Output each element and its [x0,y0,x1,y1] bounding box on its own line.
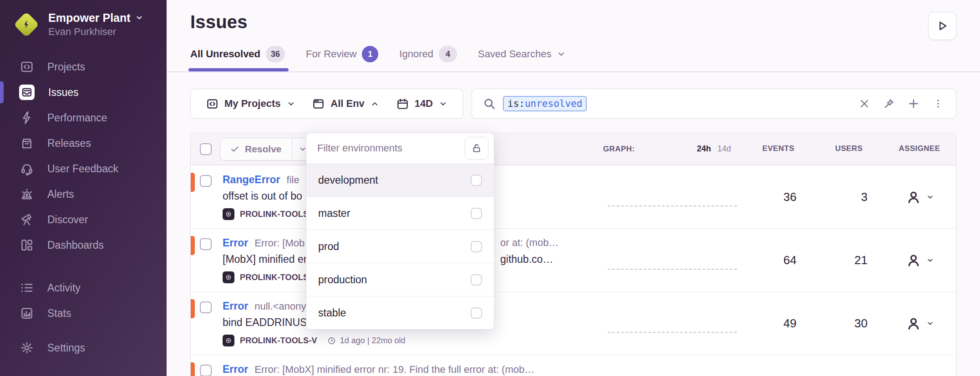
issue-message-fragment: github.co… [500,253,553,266]
main-content: Issues All Unresolved 36 For Review 1 Ig… [167,0,980,376]
pin-icon [883,98,895,110]
sidebar-item-releases[interactable]: Releases [0,130,167,156]
sidebar-item-activity[interactable]: Activity [0,275,167,301]
env-option-development[interactable]: development [306,163,494,196]
tab-count-badge: 4 [439,46,457,62]
search-token[interactable]: is:unresolved [503,96,587,111]
chevron-down-icon [926,320,934,327]
environment-filter[interactable]: All Env [312,98,379,110]
tab-label: For Review [306,48,356,60]
gear-icon [20,341,34,355]
close-icon [859,98,870,109]
env-checkbox[interactable] [471,208,482,219]
performance-icon [20,111,34,125]
tab-all-unresolved[interactable]: All Unresolved 36 [190,46,285,71]
env-option-prod[interactable]: prod [306,230,494,263]
env-option-stable[interactable]: stable [306,296,494,329]
tab-count-badge: 1 [362,46,378,62]
sidebar-item-projects[interactable]: Projects [0,54,167,80]
search-token-value: unresolved [525,98,582,109]
date-range-value: 14D [415,98,433,110]
sidebar-item-performance[interactable]: Performance [0,105,167,130]
events-count: 64 [783,253,797,267]
plus-icon [908,98,919,110]
projects-icon [206,98,218,110]
env-checkbox[interactable] [471,274,482,286]
stats-icon [20,306,34,320]
select-all-checkbox[interactable] [200,143,212,155]
sidebar-item-issues[interactable]: Issues [0,80,167,105]
tab-ignored[interactable]: Ignored 4 [399,46,457,71]
sidebar-item-label: Settings [47,342,85,354]
issue-culprit: Error: [Mob [254,237,305,249]
sidebar-item-discover[interactable]: Discover [0,207,167,232]
sparkline-placeholder [608,206,737,206]
issue-search-bar[interactable]: is:unresolved [472,89,956,119]
project-filter[interactable]: My Projects [206,98,295,110]
graph-24h-toggle[interactable]: 24h [697,144,711,154]
bolt-glyph [22,20,31,29]
org-switcher[interactable]: Empower Plant Evan Purkhiser [0,0,167,38]
graph-column-label: GRAPH: [603,145,635,154]
sidebar-item-stats[interactable]: Stats [0,301,167,326]
tab-saved-searches[interactable]: Saved Searches [478,46,566,71]
issue-title-link[interactable]: Error [223,237,248,249]
user-icon [905,315,922,331]
projects-icon [20,60,34,74]
issue-culprit: Error: [MobX] minified error nr: 19. Fin… [254,364,534,376]
sidebar-item-dashboards[interactable]: Dashboards [0,232,167,258]
environment-filter-value: All Env [330,98,365,110]
sidebar-item-label: Performance [47,112,107,124]
environment-filter-input[interactable]: Filter environments [317,142,402,154]
tab-for-review[interactable]: For Review 1 [306,46,378,71]
pin-environment-button[interactable] [465,137,488,160]
chevron-down-icon [439,100,447,108]
sidebar-item-label: Stats [47,307,71,320]
project-avatar [223,335,234,346]
issue-tabs: All Unresolved 36 For Review 1 Ignored 4… [190,46,956,71]
graph-14d-toggle[interactable]: 14d [717,144,731,154]
issue-title-link[interactable]: RangeError [223,174,280,186]
tab-label: Ignored [399,48,433,60]
env-option-production[interactable]: production [306,263,494,296]
window-icon [312,98,325,110]
active-indicator [0,81,4,103]
sidebar-item-label: User Feedback [47,163,118,175]
issue-title-link[interactable]: Error [223,363,248,376]
env-checkbox[interactable] [471,307,482,319]
play-icon [936,20,949,32]
chevron-down-icon [926,193,934,201]
tab-label: All Unresolved [190,48,260,60]
env-option-master[interactable]: master [306,196,494,230]
search-options-button[interactable] [931,97,945,110]
sidebar-item-settings[interactable]: Settings [0,335,167,361]
issue-culprit: null.<anony [254,301,306,312]
sidebar: Empower Plant Evan Purkhiser Projects Is… [0,0,167,376]
resolve-button[interactable]: Resolve [220,138,314,160]
sidebar-item-alerts[interactable]: Alerts [0,181,167,207]
sidebar-item-user-feedback[interactable]: User Feedback [0,156,167,181]
releases-icon [20,136,34,150]
assignee-column-label: ASSIGNEE [899,144,940,154]
user-icon [905,189,922,205]
date-range-filter[interactable]: 14D [396,98,447,110]
pin-search-button[interactable] [882,97,896,110]
sidebar-item-label: Alerts [47,188,74,201]
env-checkbox[interactable] [471,175,482,186]
issue-title-link[interactable]: Error [223,300,248,312]
assignee-selector[interactable] [905,315,934,331]
env-checkbox[interactable] [471,241,482,252]
search-actions [858,97,945,110]
clear-search-button[interactable] [858,97,871,110]
search-token-key: is: [508,98,525,109]
issue-culprit: file [287,174,300,186]
create-saved-search-button[interactable] [907,97,920,110]
assignee-selector[interactable] [905,252,934,268]
project-slug[interactable]: PROLINK-TOOLS-V [240,336,317,346]
search-icon [483,97,496,110]
assignee-selector[interactable] [905,189,934,205]
tab-label: Saved Searches [478,48,551,60]
issue-row: Error Error: [MobX] minified error nr: 1… [191,355,956,376]
replay-tour-button[interactable] [928,12,956,40]
users-column-label: USERS [835,144,863,154]
